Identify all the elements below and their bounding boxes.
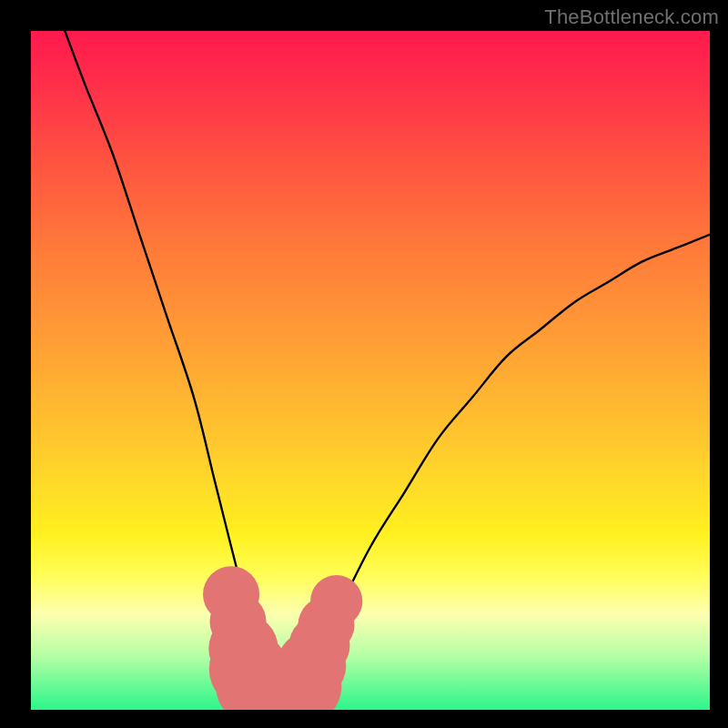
marker-group: [203, 566, 362, 710]
chart-overlay: [31, 31, 710, 710]
watermark-label: TheBottleneck.com: [544, 5, 719, 29]
curve-group: [65, 31, 710, 704]
outer-frame: TheBottleneck.com: [0, 0, 728, 728]
bottleneck-curve: [65, 31, 710, 704]
curve-marker: [310, 575, 362, 627]
